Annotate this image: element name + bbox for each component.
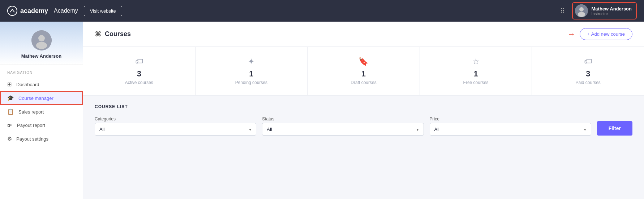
sidebar-item-label-dashboard: Dashboard bbox=[16, 82, 39, 87]
status-filter-label: Status bbox=[262, 116, 424, 121]
filters-row: Categories All Status All bbox=[95, 116, 632, 136]
sidebar-avatar bbox=[31, 30, 52, 50]
topnav-left: academy Academy Visit website bbox=[7, 6, 122, 16]
add-course-area: → + Add new course bbox=[567, 28, 632, 40]
categories-select-wrap: All bbox=[95, 123, 256, 136]
sidebar-item-label-payout-settings: Payout settings bbox=[16, 136, 48, 142]
active-courses-label: Active courses bbox=[125, 80, 153, 85]
status-filter-group: Status All bbox=[262, 116, 424, 136]
sidebar-user-name: Mathew Anderson bbox=[21, 53, 61, 59]
svg-point-6 bbox=[36, 42, 47, 49]
svg-point-2 bbox=[579, 7, 584, 12]
top-nav: academy Academy Visit website ⠿ Mathew A… bbox=[0, 0, 644, 22]
main-layout: Mathew Anderson NAVIGATION ⊞ Dashboard 🎓… bbox=[0, 22, 644, 199]
page-title: Courses bbox=[105, 30, 131, 38]
price-select-wrap: All bbox=[430, 123, 591, 136]
course-manager-icon: 🎓 bbox=[7, 95, 14, 101]
categories-filter-group: Categories All bbox=[95, 116, 256, 136]
page-title-area: ⌘ Courses bbox=[95, 30, 131, 38]
pending-courses-icon: ✦ bbox=[248, 57, 254, 66]
price-filter-label: Price bbox=[430, 116, 591, 121]
filter-button[interactable]: Filter bbox=[597, 121, 632, 136]
svg-point-5 bbox=[38, 35, 45, 41]
sidebar-item-label-course-manager: Course manager bbox=[18, 96, 53, 101]
price-filter-group: Price All bbox=[430, 116, 591, 136]
logo-icon bbox=[7, 6, 17, 16]
active-courses-count: 3 bbox=[137, 69, 141, 79]
visit-website-button[interactable]: Visit website bbox=[84, 6, 122, 16]
pending-courses-label: Pending courses bbox=[235, 80, 267, 85]
stat-draft-courses[interactable]: 🔖 1 Draft courses bbox=[308, 47, 420, 95]
user-profile-button[interactable]: Mathew Anderson Instructor bbox=[572, 2, 637, 19]
stat-paid-courses[interactable]: 🏷 3 Paid courses bbox=[532, 47, 644, 95]
sidebar: Mathew Anderson NAVIGATION ⊞ Dashboard 🎓… bbox=[0, 22, 83, 199]
draft-courses-icon: 🔖 bbox=[359, 57, 368, 66]
main-content: ⌘ Courses → + Add new course 🏷 3 Active … bbox=[83, 22, 644, 199]
sidebar-item-dashboard[interactable]: ⊞ Dashboard bbox=[0, 78, 83, 91]
sidebar-item-label-payout-report: Payout report bbox=[17, 123, 45, 128]
paid-courses-count: 3 bbox=[586, 69, 590, 79]
svg-point-0 bbox=[8, 6, 17, 16]
sidebar-item-payout-report[interactable]: 🛍 Payout report bbox=[0, 119, 83, 132]
free-courses-count: 1 bbox=[473, 69, 478, 79]
stat-free-courses[interactable]: ☆ 1 Free courses bbox=[420, 47, 532, 95]
paid-courses-label: Paid courses bbox=[575, 80, 600, 85]
stat-active-courses[interactable]: 🏷 3 Active courses bbox=[83, 47, 196, 95]
user-name: Mathew Anderson bbox=[592, 6, 632, 12]
avatar bbox=[575, 4, 588, 17]
courses-icon: ⌘ bbox=[95, 30, 101, 38]
active-courses-icon: 🏷 bbox=[135, 57, 143, 66]
user-role: Instructor bbox=[592, 12, 632, 16]
svg-point-3 bbox=[578, 12, 585, 17]
brand-label: Academy bbox=[54, 8, 78, 14]
dashboard-icon: ⊞ bbox=[7, 81, 12, 88]
pending-courses-count: 1 bbox=[249, 69, 253, 79]
user-info: Mathew Anderson Instructor bbox=[592, 6, 632, 16]
status-select[interactable]: All bbox=[262, 123, 424, 136]
draft-courses-count: 1 bbox=[361, 69, 366, 79]
sidebar-item-label-sales-report: Sales report bbox=[18, 109, 44, 115]
topnav-right: ⠿ Mathew Anderson Instructor bbox=[560, 2, 637, 19]
content-header: ⌘ Courses → + Add new course bbox=[83, 22, 644, 47]
sidebar-profile: Mathew Anderson bbox=[0, 22, 83, 65]
stat-pending-courses[interactable]: ✦ 1 Pending courses bbox=[196, 47, 308, 95]
paid-courses-icon: 🏷 bbox=[584, 57, 592, 66]
categories-filter-label: Categories bbox=[95, 116, 256, 121]
arrow-icon: → bbox=[567, 30, 575, 39]
course-list-title: COURSE LIST bbox=[95, 104, 632, 109]
payout-settings-icon: ⚙ bbox=[7, 136, 12, 142]
free-courses-label: Free courses bbox=[463, 80, 489, 85]
sidebar-section-label: NAVIGATION bbox=[0, 71, 83, 78]
logo-text: academy bbox=[20, 7, 48, 15]
sidebar-item-sales-report[interactable]: 📋 Sales report bbox=[0, 105, 83, 119]
sidebar-item-payout-settings[interactable]: ⚙ Payout settings bbox=[0, 132, 83, 146]
payout-report-icon: 🛍 bbox=[7, 122, 13, 128]
free-courses-icon: ☆ bbox=[472, 57, 480, 66]
grid-icon[interactable]: ⠿ bbox=[560, 7, 565, 15]
sales-report-icon: 📋 bbox=[7, 109, 14, 115]
logo: academy bbox=[7, 6, 48, 16]
draft-courses-label: Draft courses bbox=[351, 80, 376, 85]
sidebar-item-course-manager[interactable]: 🎓 Course manager bbox=[0, 91, 83, 105]
price-select[interactable]: All bbox=[430, 123, 591, 136]
categories-select[interactable]: All bbox=[95, 123, 256, 136]
status-select-wrap: All bbox=[262, 123, 424, 136]
course-list-section: COURSE LIST Categories All Status All bbox=[83, 96, 644, 144]
add-new-course-button[interactable]: + Add new course bbox=[580, 28, 632, 40]
stats-row: 🏷 3 Active courses ✦ 1 Pending courses 🔖… bbox=[83, 47, 644, 96]
sidebar-nav: NAVIGATION ⊞ Dashboard 🎓 Course manager … bbox=[0, 65, 83, 151]
